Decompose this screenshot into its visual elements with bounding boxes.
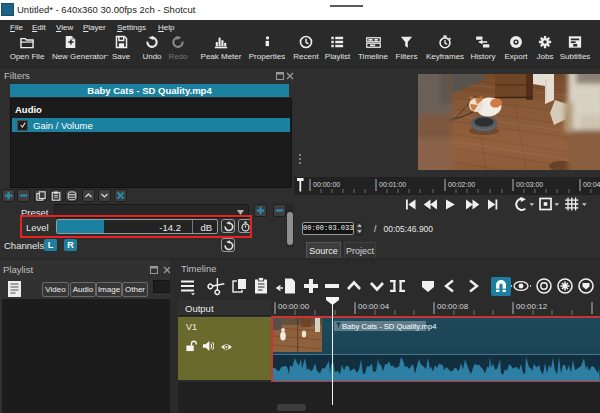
svg-text:Baby Cats - SD Quality.mp4: Baby Cats - SD Quality.mp4 (342, 322, 436, 331)
